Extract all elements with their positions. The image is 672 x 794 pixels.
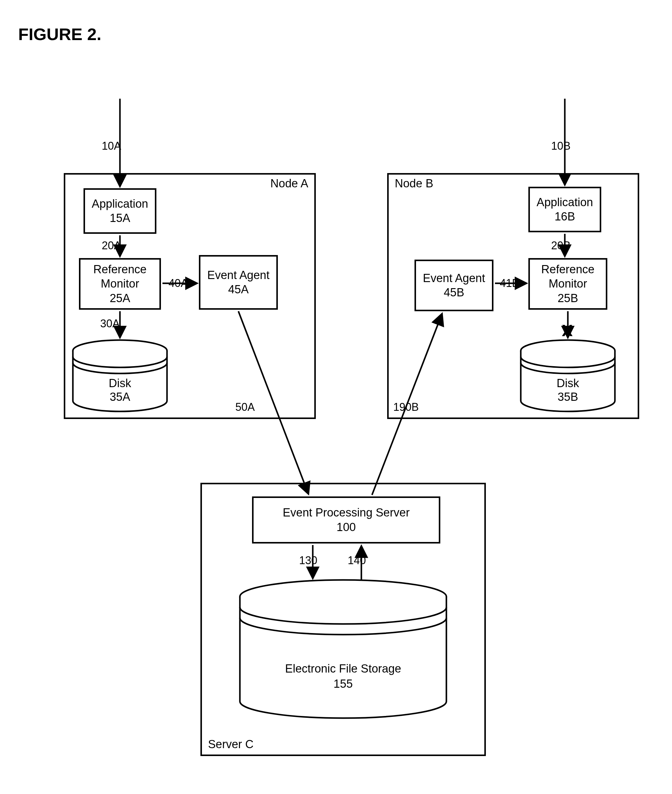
refmon-a-id: 25A: [110, 291, 130, 306]
refmon-a-name: Reference Monitor: [80, 262, 159, 291]
application-a-name: Application: [92, 197, 148, 211]
edge-10a: 10A: [102, 140, 121, 152]
eventagent-a-box: Event Agent 45A: [199, 255, 278, 310]
edge-130: 130: [299, 554, 317, 567]
edge-41b: 41B: [498, 277, 521, 290]
edge-190b: 190B: [393, 401, 419, 414]
application-a-box: Application 15A: [83, 188, 157, 234]
edge-50a: 50A: [235, 401, 255, 414]
edge-30a: 30A: [100, 317, 120, 330]
server-c-label: Server C: [208, 738, 254, 751]
application-b-name: Application: [536, 195, 593, 210]
edge-140: 140: [348, 554, 366, 567]
application-a-id: 15A: [110, 211, 130, 225]
refmon-b-id: 25B: [557, 291, 578, 306]
eventagent-b-name: Event Agent: [423, 271, 485, 286]
eventagent-a-id: 45A: [228, 283, 249, 297]
eventagent-b-box: Event Agent 45B: [414, 260, 493, 311]
eventagent-a-name: Event Agent: [207, 268, 270, 283]
figure-title: FIGURE 2.: [18, 24, 101, 44]
eps-box: Event Processing Server 100: [252, 497, 440, 543]
eps-id: 100: [336, 520, 355, 535]
blocked-x: X: [562, 321, 573, 340]
refmon-b-name: Reference Monitor: [530, 262, 606, 291]
application-b-box: Application 16B: [528, 187, 601, 232]
application-b-id: 16B: [555, 209, 575, 224]
node-a-label: Node A: [270, 177, 308, 190]
eps-name: Event Processing Server: [283, 506, 410, 520]
eventagent-b-id: 45B: [444, 285, 464, 300]
node-b-label: Node B: [395, 177, 433, 190]
refmon-b-box: Reference Monitor 25B: [528, 258, 607, 310]
edge-40a: 40A: [167, 277, 190, 290]
edge-20b: 20B: [551, 239, 571, 252]
refmon-a-box: Reference Monitor 25A: [79, 258, 161, 310]
edge-10b: 10B: [551, 140, 571, 152]
page: FIGURE 2. Node A Application 15A Referen…: [0, 0, 672, 794]
edge-20a: 20A: [102, 239, 121, 252]
